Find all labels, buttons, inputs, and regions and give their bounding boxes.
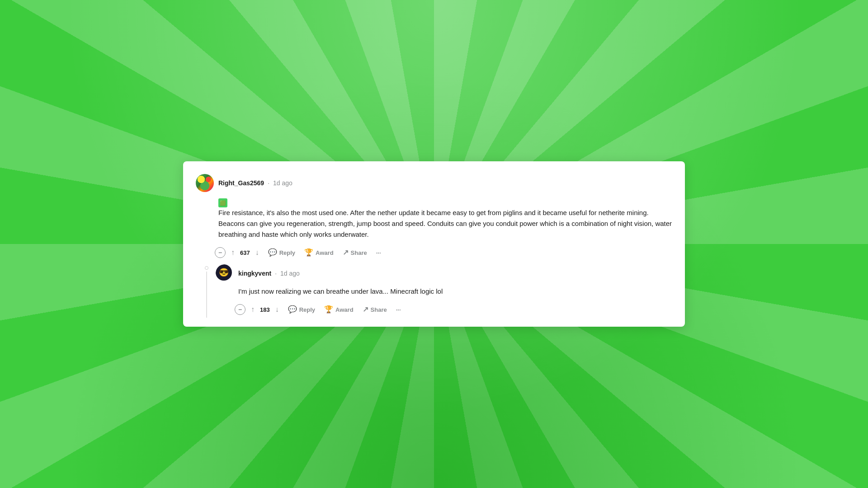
reply-header: 😎 kingkyvent · 1d ago <box>216 264 672 282</box>
reply-vote-area: ↑ 183 ↓ <box>247 303 283 316</box>
reply-icon: 💬 <box>268 249 277 256</box>
main-username: Right_Gas2569 <box>218 179 264 187</box>
main-share-label: Share <box>351 250 367 256</box>
reply-comment-text: I'm just now realizing we can breathe un… <box>238 286 672 297</box>
main-reply-button[interactable]: 💬 Reply <box>264 246 299 259</box>
main-dot: · <box>268 179 269 187</box>
reply-share-button[interactable]: ↗ Share <box>359 303 391 316</box>
main-share-button[interactable]: ↗ Share <box>339 246 371 259</box>
upvote-icon: ↑ <box>231 249 235 256</box>
reply-reply-label: Reply <box>299 307 315 313</box>
reply-award-button[interactable]: 🏆 Award <box>321 303 357 316</box>
main-award-button[interactable]: 🏆 Award <box>301 246 337 259</box>
main-collapse-button[interactable]: − <box>215 247 226 258</box>
reply-downvote-icon: ↓ <box>275 306 279 313</box>
comment-card: Right_Gas2569 · 1d ago 🟩 Fire resistance… <box>183 161 685 327</box>
main-action-bar: − ↑ 637 ↓ 💬 Reply 🏆 Award ↗ Share <box>215 244 672 261</box>
reply-collapse-button[interactable]: − <box>235 304 245 315</box>
award-icon: 🏆 <box>304 249 313 256</box>
reply-more-icon: ··· <box>396 307 401 313</box>
reply-comment-body: I'm just now realizing we can breathe un… <box>238 286 672 297</box>
reply-dot: · <box>275 270 277 277</box>
main-downvote-button[interactable]: ↓ <box>252 246 263 259</box>
reply-user-meta: kingkyvent · 1d ago <box>238 270 300 277</box>
reply-username: kingkyvent <box>238 270 271 277</box>
main-vote-count: 637 <box>240 249 250 256</box>
main-more-button[interactable]: ··· <box>373 247 385 258</box>
downvote-icon: ↓ <box>255 249 259 256</box>
reply-share-icon: ↗ <box>363 306 368 313</box>
share-icon: ↗ <box>343 249 349 256</box>
reply-vote-count: 183 <box>260 306 270 313</box>
reply-more-button[interactable]: ··· <box>392 304 405 315</box>
main-comment-body: Fire resistance, it's also the most used… <box>218 207 672 240</box>
reply-upvote-icon: ↑ <box>251 306 255 313</box>
reply-avatar-image: 😎 <box>216 264 232 281</box>
main-avatar <box>196 174 214 192</box>
main-award-label: Award <box>316 250 334 256</box>
main-reply-label: Reply <box>279 250 295 256</box>
reply-share-label: Share <box>371 307 387 313</box>
reply-downvote-button[interactable]: ↓ <box>272 303 283 316</box>
more-icon: ··· <box>376 250 381 256</box>
reply-comment: 😎 kingkyvent · 1d ago I'm just now reali… <box>212 264 672 318</box>
reply-award-icon: 🏆 <box>324 306 333 313</box>
reply-reply-icon: 💬 <box>288 306 297 313</box>
thread-dot <box>205 266 208 270</box>
main-timestamp: 1d ago <box>273 179 292 187</box>
reply-avatar: 😎 <box>216 264 234 282</box>
main-comment-header: Right_Gas2569 · 1d ago <box>196 174 672 192</box>
thread-line <box>206 272 207 318</box>
thread-line-area <box>205 264 208 318</box>
award-badge: 🟩 <box>218 198 227 207</box>
thread-container: 😎 kingkyvent · 1d ago I'm just now reali… <box>196 264 672 318</box>
main-comment-text: Fire resistance, it's also the most used… <box>218 207 672 240</box>
main-vote-area: ↑ 637 ↓ <box>227 246 263 259</box>
reply-reply-button[interactable]: 💬 Reply <box>284 303 319 316</box>
main-upvote-button[interactable]: ↑ <box>227 246 238 259</box>
reply-upvote-button[interactable]: ↑ <box>247 303 258 316</box>
reply-timestamp: 1d ago <box>280 270 300 277</box>
main-comment: Right_Gas2569 · 1d ago 🟩 Fire resistance… <box>196 174 672 261</box>
main-user-meta: Right_Gas2569 · 1d ago <box>218 179 292 187</box>
reply-action-bar: − ↑ 183 ↓ 💬 Reply 🏆 Award <box>235 301 672 318</box>
reply-award-label: Award <box>335 307 354 313</box>
